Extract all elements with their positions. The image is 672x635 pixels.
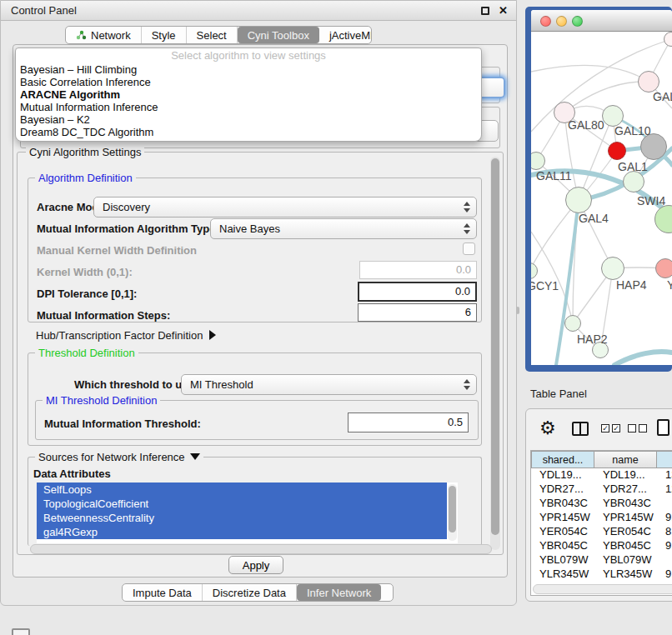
attribute-item[interactable]: SelfLoops [37, 482, 447, 497]
network-node-hap2[interactable] [564, 315, 581, 332]
table-row[interactable]: YPR145WYPR145W9. [531, 511, 672, 525]
expand-right-icon[interactable] [209, 330, 216, 340]
manual-kernel-label: Manual Kernel Width Definition [37, 244, 197, 257]
control-panel-titlebar: Control Panel ✕ [1, 1, 516, 21]
network-node-red[interactable] [608, 142, 626, 160]
cyni-settings-title: Cyni Algorithm Settings [26, 146, 144, 158]
mi-threshold-title: MI Threshold Definition [43, 394, 160, 407]
network-node[interactable] [655, 258, 672, 278]
threshold-definition-group: Threshold Definition Which threshold to … [28, 352, 482, 446]
split-columns-icon[interactable] [572, 422, 589, 436]
attribute-item[interactable]: TopologicalCoefficient [37, 497, 447, 511]
manual-kernel-checkbox[interactable] [463, 242, 475, 255]
table-row[interactable]: YDL19...YDL19...13 [531, 468, 672, 482]
float-window-icon[interactable] [481, 7, 489, 15]
algorithm-option[interactable]: Bayesian – K2 [16, 113, 481, 126]
mi-type-value: Naive Bayes [219, 222, 280, 235]
mi-threshold-field[interactable]: 0.5 [348, 412, 469, 432]
data-attributes-list[interactable]: SelfLoops TopologicalCoefficient Between… [37, 482, 458, 543]
network-view-window: GAL GAL80 GAL10 GAL1 GAL11 SWI4 GAL4 GCY… [525, 7, 672, 372]
popup-header: Select algorithm to view settings [16, 48, 481, 63]
settings-vertical-scrollbar[interactable] [490, 157, 500, 550]
node-label: GAL [653, 90, 672, 103]
which-threshold-label: Which threshold to use: [74, 378, 198, 391]
node-table: shared... name YDL19...YDL19...13 YDR27.… [531, 451, 672, 596]
column-header-name[interactable]: name [594, 451, 657, 468]
combo-spinner-icon [464, 223, 469, 234]
mi-steps-label: Mutual Information Steps: [37, 309, 170, 322]
data-attributes-label: Data Attributes [33, 468, 111, 480]
sources-title: Sources for Network Inference [38, 451, 185, 463]
table-row[interactable]: YLR345WYLR345W9. [531, 568, 672, 582]
attribute-item[interactable]: gal4RGexp [37, 525, 447, 539]
attributes-scrollbar[interactable] [448, 484, 457, 541]
splitter-handle[interactable] [516, 307, 519, 314]
combo-spinner-icon [464, 379, 469, 390]
hub-definition-expander[interactable]: Hub/Transcription Factor Definition [36, 329, 216, 342]
algorithm-option[interactable]: Dream8 DC_TDC Algorithm [16, 126, 481, 138]
network-window-titlebar [531, 10, 672, 32]
tab-infer-network[interactable]: Infer Network [297, 584, 381, 601]
algorithm-option[interactable]: Bayesian – Hill Climbing [16, 63, 481, 76]
collapse-down-icon[interactable] [190, 453, 200, 460]
collapsed-panel-button[interactable] [12, 628, 30, 635]
new-table-icon[interactable] [657, 419, 669, 436]
table-settings-gear-icon[interactable]: ⚙ [539, 418, 556, 439]
table-row[interactable]: YBR045CYBR045C9. [531, 539, 672, 553]
which-threshold-value: MI Threshold [190, 378, 253, 391]
algorithm-definition-title: Algorithm Definition [35, 172, 136, 184]
algorithm-dropdown-popup: Select algorithm to view settings Bayesi… [15, 48, 482, 142]
network-node[interactable] [623, 171, 644, 192]
sources-title-row[interactable]: Sources for Network Inference [35, 451, 203, 463]
close-traffic-light[interactable] [540, 16, 551, 27]
column-header-shared-name[interactable]: shared... [531, 451, 594, 468]
algorithm-option[interactable]: Basic Correlation Inference [16, 76, 481, 88]
tab-label: Select [197, 29, 227, 42]
close-window-icon[interactable]: ✕ [499, 4, 508, 17]
select-all-columns-icon[interactable]: ✓✓ [601, 424, 620, 432]
which-threshold-combobox[interactable]: MI Threshold [181, 374, 477, 395]
table-row[interactable]: YBR043CYBR043C [531, 497, 672, 511]
dpi-tolerance-field[interactable]: 0.0 [358, 282, 477, 302]
settings-horizontal-scrollbar[interactable] [30, 544, 492, 554]
tab-cyni-toolbox[interactable]: Cyni Toolbox [238, 27, 319, 43]
tab-label: jActiveMNodules [329, 29, 372, 42]
tab-discretize-data[interactable]: Discretize Data [203, 584, 297, 601]
network-node-gal4[interactable] [565, 187, 592, 213]
aracne-mode-combobox[interactable]: Discovery [93, 197, 477, 218]
tab-select[interactable]: Select [187, 27, 238, 43]
mi-steps-field[interactable]: 6 [358, 303, 477, 322]
algorithm-option[interactable]: Mutual Information Inference [16, 101, 481, 113]
mi-type-combobox[interactable]: Naive Bayes [210, 218, 477, 239]
tab-label: Infer Network [307, 587, 371, 599]
table-row[interactable]: YDR27...YDR27...12 [531, 482, 672, 497]
tab-network[interactable]: Network [66, 27, 142, 43]
table-panel: ⚙ ✓✓ shared... name YDL19...YDL19...13 Y… [525, 408, 672, 602]
node-label: HAP2 [577, 332, 608, 346]
table-row[interactable]: YER054CYER054C8. [531, 525, 672, 539]
tab-style[interactable]: Style [142, 27, 187, 43]
column-header-clipped[interactable] [657, 451, 672, 468]
bottom-tabs: Impute Data Discretize Data Infer Networ… [122, 583, 394, 602]
aracne-mode-value: Discovery [103, 201, 150, 213]
cyni-algorithm-settings-group: Cyni Algorithm Settings Algorithm Defini… [17, 152, 504, 555]
algorithm-option-selected[interactable]: ARACNE Algorithm [16, 88, 481, 101]
apply-button[interactable]: Apply [228, 556, 283, 574]
table-header-row: shared... name [531, 451, 672, 468]
node-label: GAL10 [614, 124, 651, 138]
network-node-hap4[interactable] [601, 257, 624, 280]
tab-jactivemnodules[interactable]: jActiveMNodules [319, 27, 372, 43]
attribute-item[interactable]: BetweennessCentrality [37, 511, 447, 525]
zoom-traffic-light[interactable] [572, 16, 583, 27]
table-row[interactable]: YBL079WYBL079W [531, 553, 672, 568]
mi-threshold-label: Mutual Information Threshold: [44, 418, 201, 430]
dpi-tolerance-label: DPI Tolerance [0,1]: [37, 288, 137, 300]
table-horizontal-scrollbar[interactable] [533, 584, 672, 594]
tab-label: Discretize Data [213, 587, 286, 599]
sources-group: Sources for Network Inference Data Attri… [28, 457, 482, 546]
kernel-width-field[interactable]: 0.0 [359, 261, 477, 279]
deselect-all-columns-icon[interactable] [628, 424, 647, 432]
tab-impute-data[interactable]: Impute Data [123, 584, 203, 601]
minimize-traffic-light[interactable] [556, 16, 567, 27]
network-canvas[interactable]: GAL GAL80 GAL10 GAL1 GAL11 SWI4 GAL4 GCY… [531, 32, 672, 365]
